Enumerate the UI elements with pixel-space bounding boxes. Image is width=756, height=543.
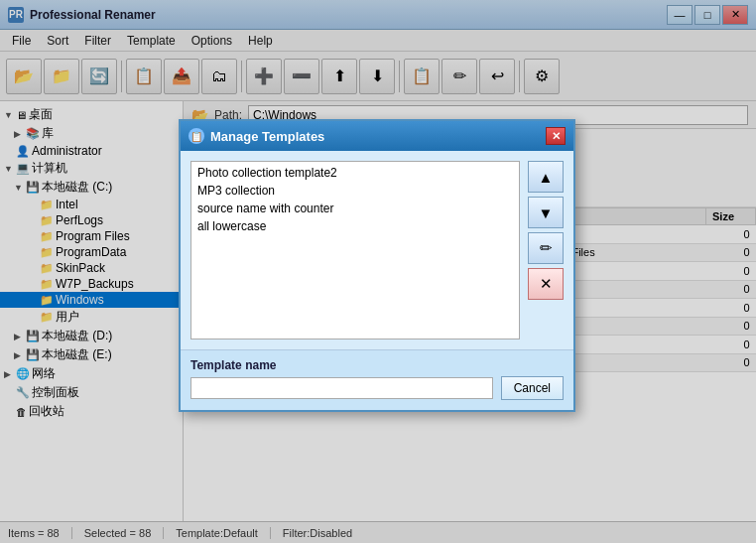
template-move-down-button[interactable]: ▼ bbox=[528, 197, 564, 228]
template-move-up-button[interactable]: ▲ bbox=[528, 161, 564, 193]
template-list-item[interactable]: Photo collection template2 bbox=[193, 164, 517, 182]
template-list-item[interactable]: source name with counter bbox=[193, 200, 517, 217]
dialog-cancel-button[interactable]: Cancel bbox=[501, 376, 564, 400]
template-name-input[interactable] bbox=[190, 377, 493, 399]
dialog-footer: Template name Cancel bbox=[181, 349, 573, 410]
dialog-body: Photo collection template2MP3 collection… bbox=[181, 151, 573, 349]
dialog-action-buttons: ▲ ▼ ✏ ✕ bbox=[528, 161, 564, 339]
manage-templates-dialog: 📋 Manage Templates ✕ Photo collection te… bbox=[179, 119, 575, 412]
dialog-titlebar: 📋 Manage Templates ✕ bbox=[181, 121, 573, 151]
template-edit-button[interactable]: ✏ bbox=[528, 232, 564, 264]
template-list-item[interactable]: all lowercase bbox=[193, 217, 517, 235]
dialog-icon: 📋 bbox=[189, 128, 204, 144]
dialog-close-button[interactable]: ✕ bbox=[546, 127, 566, 145]
dialog-name-row: Cancel bbox=[190, 376, 564, 400]
template-list[interactable]: Photo collection template2MP3 collection… bbox=[190, 161, 520, 339]
template-list-item[interactable]: MP3 collection bbox=[193, 182, 517, 200]
dialog-title: Manage Templates bbox=[210, 129, 546, 144]
template-name-label: Template name bbox=[190, 358, 564, 372]
template-delete-button[interactable]: ✕ bbox=[528, 268, 564, 300]
